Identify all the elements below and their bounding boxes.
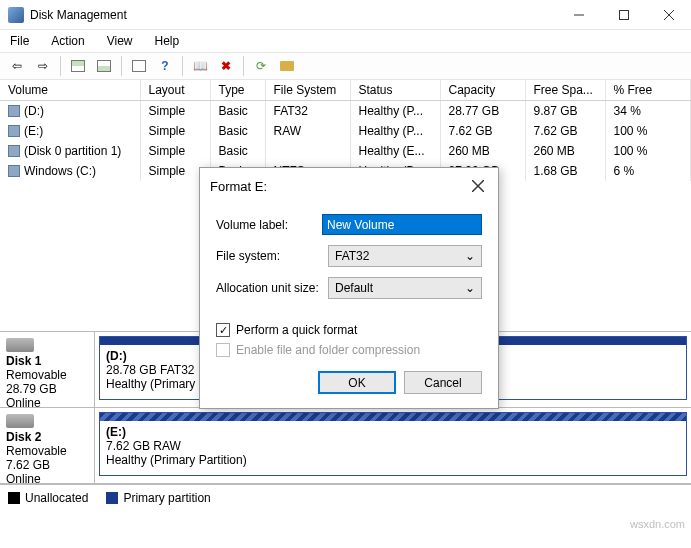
- delete-icon: ✖: [221, 59, 231, 73]
- menu-file[interactable]: File: [6, 32, 33, 50]
- disk-info: Disk 1Removable28.79 GBOnline: [0, 332, 95, 407]
- separator: [243, 56, 244, 76]
- refresh-icon: ⟳: [256, 59, 266, 73]
- refresh-button[interactable]: ⟳: [250, 55, 272, 77]
- properties-button[interactable]: 📖: [189, 55, 211, 77]
- panel-icon: [71, 60, 85, 72]
- view-bottom-button[interactable]: [93, 55, 115, 77]
- table-row[interactable]: (D:)SimpleBasicFAT32Healthy (P...28.77 G…: [0, 101, 691, 122]
- compression-label: Enable file and folder compression: [236, 343, 420, 357]
- format-dialog: Format E: Volume label: File system: FAT…: [199, 167, 499, 409]
- window-title: Disk Management: [30, 8, 556, 22]
- col-fs[interactable]: File System: [265, 80, 350, 101]
- partition-area: (E:)7.62 GB RAWHealthy (Primary Partitio…: [95, 408, 691, 483]
- dialog-title: Format E:: [210, 179, 468, 194]
- chevron-down-icon: ⌄: [465, 249, 475, 263]
- cancel-button[interactable]: Cancel: [404, 371, 482, 394]
- partition[interactable]: (E:)7.62 GB RAWHealthy (Primary Partitio…: [99, 412, 687, 476]
- table-row[interactable]: (Disk 0 partition 1)SimpleBasicHealthy (…: [0, 141, 691, 161]
- drive-icon: [280, 61, 294, 71]
- col-volume[interactable]: Volume: [0, 80, 140, 101]
- separator: [182, 56, 183, 76]
- volume-icon: [8, 105, 20, 117]
- volume-table[interactable]: Volume Layout Type File System Status Ca…: [0, 80, 691, 181]
- compression-checkbox[interactable]: [216, 343, 230, 357]
- col-type[interactable]: Type: [210, 80, 265, 101]
- disk-icon: [6, 414, 34, 428]
- app-icon: [8, 7, 24, 23]
- col-status[interactable]: Status: [350, 80, 440, 101]
- settings-button[interactable]: [128, 55, 150, 77]
- disk-icon: [6, 338, 34, 352]
- volume-icon: [8, 165, 20, 177]
- menu-action[interactable]: Action: [47, 32, 88, 50]
- separator: [121, 56, 122, 76]
- view-top-button[interactable]: [67, 55, 89, 77]
- toolbar: ⇦ ⇨ ? 📖 ✖ ⟳: [0, 52, 691, 80]
- list-icon: [132, 60, 146, 72]
- menubar: File Action View Help: [0, 30, 691, 52]
- minimize-button[interactable]: [556, 0, 601, 30]
- maximize-button[interactable]: [601, 0, 646, 30]
- help-button[interactable]: ?: [154, 55, 176, 77]
- col-capacity[interactable]: Capacity: [440, 80, 525, 101]
- dialog-titlebar: Format E:: [200, 168, 498, 204]
- partition-bar: [100, 413, 686, 421]
- col-pct[interactable]: % Free: [605, 80, 691, 101]
- dialog-close-button[interactable]: [468, 176, 488, 196]
- file-system-label: File system:: [216, 249, 328, 263]
- swatch-blue-icon: [106, 492, 118, 504]
- allocation-size-label: Allocation unit size:: [216, 281, 328, 295]
- quick-format-checkbox[interactable]: [216, 323, 230, 337]
- arrow-left-icon: ⇦: [12, 59, 22, 73]
- allocation-size-combo[interactable]: Default⌄: [328, 277, 482, 299]
- separator: [60, 56, 61, 76]
- file-system-combo[interactable]: FAT32⌄: [328, 245, 482, 267]
- legend: Unallocated Primary partition: [0, 484, 691, 511]
- swatch-black-icon: [8, 492, 20, 504]
- svg-rect-0: [619, 10, 628, 19]
- chevron-down-icon: ⌄: [465, 281, 475, 295]
- menu-help[interactable]: Help: [151, 32, 184, 50]
- disk-row: Disk 2Removable7.62 GBOnline(E:)7.62 GB …: [0, 408, 691, 484]
- disk-info: Disk 2Removable7.62 GBOnline: [0, 408, 95, 483]
- menu-view[interactable]: View: [103, 32, 137, 50]
- ok-button[interactable]: OK: [318, 371, 396, 394]
- volume-label-label: Volume label:: [216, 218, 322, 232]
- volume-icon: [8, 125, 20, 137]
- volume-label-input[interactable]: [322, 214, 482, 235]
- help-icon: ?: [161, 59, 168, 73]
- rescan-button[interactable]: [276, 55, 298, 77]
- volume-icon: [8, 145, 20, 157]
- close-button[interactable]: [646, 0, 691, 30]
- table-row[interactable]: (E:)SimpleBasicRAWHealthy (P...7.62 GB7.…: [0, 121, 691, 141]
- watermark: wsxdn.com: [630, 518, 685, 530]
- titlebar: Disk Management: [0, 0, 691, 30]
- delete-button[interactable]: ✖: [215, 55, 237, 77]
- arrow-right-icon: ⇨: [38, 59, 48, 73]
- col-layout[interactable]: Layout: [140, 80, 210, 101]
- col-free[interactable]: Free Spa...: [525, 80, 605, 101]
- quick-format-label: Perform a quick format: [236, 323, 357, 337]
- legend-primary: Primary partition: [106, 491, 210, 505]
- forward-button[interactable]: ⇨: [32, 55, 54, 77]
- book-icon: 📖: [193, 59, 208, 73]
- panel-icon: [97, 60, 111, 72]
- back-button[interactable]: ⇦: [6, 55, 28, 77]
- legend-unallocated: Unallocated: [8, 491, 88, 505]
